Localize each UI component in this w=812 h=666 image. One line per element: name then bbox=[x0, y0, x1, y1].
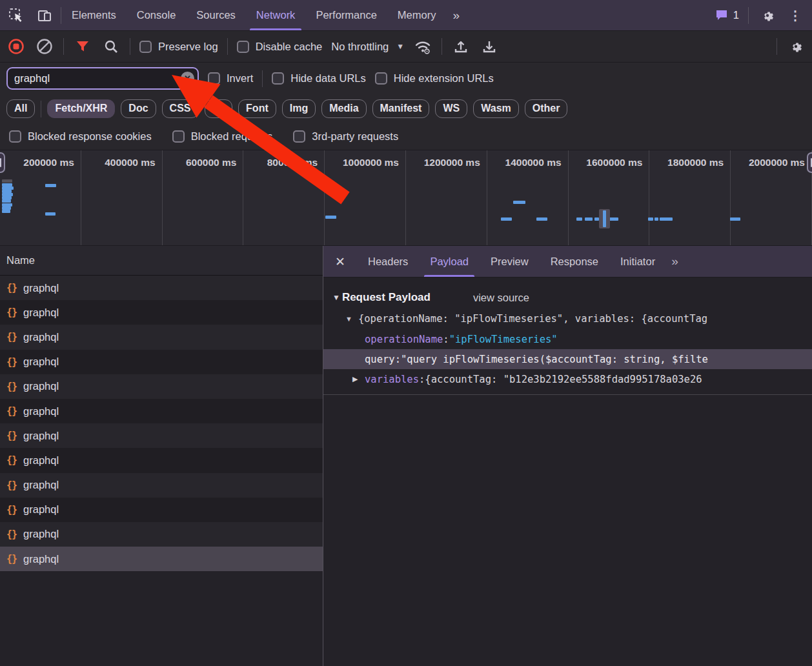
details-more-tabs-icon[interactable]: » bbox=[666, 246, 682, 277]
json-braces-icon: {} bbox=[6, 282, 17, 294]
tab-performance[interactable]: Performance bbox=[305, 0, 387, 30]
payload-separator-colon: : bbox=[395, 354, 401, 365]
json-braces-icon: {} bbox=[6, 356, 17, 368]
payload-separator-colon: : bbox=[443, 334, 449, 345]
clear-network-log-icon[interactable] bbox=[35, 37, 54, 56]
chip-wasm[interactable]: Wasm bbox=[473, 99, 519, 117]
timeline-request-bar bbox=[536, 217, 547, 221]
request-name: graphql bbox=[23, 356, 59, 368]
tab-console[interactable]: Console bbox=[127, 0, 187, 30]
request-row[interactable]: {}graphql bbox=[0, 473, 323, 498]
request-payload-header[interactable]: ▼ Request Payload view source bbox=[323, 287, 812, 308]
filter-input-wrap: ✕ bbox=[6, 67, 199, 90]
details-tab-preview[interactable]: Preview bbox=[480, 246, 540, 277]
request-name: graphql bbox=[23, 528, 59, 540]
blocked-filters-row: Blocked response cookies Blocked request… bbox=[0, 123, 812, 150]
chip-all[interactable]: All bbox=[6, 99, 35, 117]
details-tab-initiator[interactable]: Initiator bbox=[609, 246, 666, 277]
request-row[interactable]: {}graphql bbox=[0, 547, 323, 571]
chip-doc[interactable]: Doc bbox=[121, 99, 156, 117]
json-braces-icon: {} bbox=[6, 529, 17, 540]
tab-network[interactable]: Network bbox=[246, 0, 306, 30]
chip-other[interactable]: Other bbox=[525, 99, 568, 117]
search-icon[interactable] bbox=[101, 37, 121, 56]
payload-row-query[interactable]: query: "query ipFlowTimeseries($accountT… bbox=[323, 349, 812, 369]
view-source-link[interactable]: view source bbox=[473, 292, 529, 304]
payload-summary-row[interactable]: ▼ {operationName: "ipFlowTimeseries", va… bbox=[323, 308, 812, 329]
hide-data-urls-checkbox[interactable]: Hide data URLs bbox=[272, 72, 365, 85]
request-name: graphql bbox=[23, 282, 59, 294]
request-row[interactable]: {}graphql bbox=[0, 276, 323, 300]
request-name: graphql bbox=[23, 553, 59, 565]
kebab-menu-icon[interactable]: ⋮ bbox=[786, 8, 804, 23]
chip-media[interactable]: Media bbox=[321, 99, 366, 117]
record-network-log-icon[interactable] bbox=[6, 37, 26, 56]
request-row[interactable]: {}graphql bbox=[0, 300, 323, 325]
name-column-header[interactable]: Name bbox=[0, 246, 323, 276]
third-party-requests-checkbox[interactable]: 3rd-party requests bbox=[293, 130, 398, 143]
tab-elements[interactable]: Elements bbox=[61, 0, 127, 30]
filter-funnel-icon[interactable] bbox=[73, 37, 92, 56]
request-row[interactable]: {}graphql bbox=[0, 498, 323, 522]
request-row[interactable]: {}graphql bbox=[0, 325, 323, 349]
timeline-left-handle[interactable] bbox=[0, 152, 5, 173]
request-row[interactable]: {}graphql bbox=[0, 350, 323, 374]
tabbar-right-divider bbox=[748, 7, 749, 24]
issues-counter[interactable]: 1 bbox=[716, 9, 739, 21]
details-tab-headers[interactable]: Headers bbox=[357, 246, 419, 277]
throttling-dropdown[interactable]: No throttling ▼ bbox=[331, 41, 404, 53]
settings-gear-icon[interactable] bbox=[758, 6, 777, 25]
chip-js[interactable]: JS bbox=[205, 99, 233, 117]
device-toolbar-icon[interactable] bbox=[35, 6, 54, 25]
details-tabbar: ✕ HeadersPayloadPreviewResponseInitiator… bbox=[323, 246, 812, 278]
main-split: Name {}graphql{}graphql{}graphql{}graphq… bbox=[0, 246, 812, 666]
payload-panel: ▼ Request Payload view source ▼ {operati… bbox=[323, 278, 812, 666]
blocked-response-cookies-checkbox[interactable]: Blocked response cookies bbox=[9, 130, 152, 143]
details-tab-payload[interactable]: Payload bbox=[419, 246, 480, 277]
chip-font[interactable]: Font bbox=[238, 99, 276, 117]
request-row[interactable]: {}graphql bbox=[0, 448, 323, 472]
clear-filter-icon[interactable]: ✕ bbox=[181, 72, 194, 85]
third-party-requests-label: 3rd-party requests bbox=[312, 130, 398, 143]
hide-extension-urls-checkbox[interactable]: Hide extension URLs bbox=[375, 72, 494, 85]
chip-ws[interactable]: WS bbox=[435, 99, 467, 117]
hide-data-urls-label: Hide data URLs bbox=[290, 72, 365, 85]
import-har-icon[interactable] bbox=[451, 37, 471, 56]
tab-sources[interactable]: Sources bbox=[186, 0, 246, 30]
resource-chips-row: AllFetch/XHRDocCSSJSFontImgMediaManifest… bbox=[0, 94, 812, 123]
inspect-element-icon[interactable] bbox=[6, 6, 26, 25]
chip-img[interactable]: Img bbox=[282, 99, 316, 117]
request-row[interactable]: {}graphql bbox=[0, 423, 323, 448]
request-row[interactable]: {}graphql bbox=[0, 522, 323, 547]
blocked-requests-checkbox[interactable]: Blocked requests bbox=[172, 130, 273, 143]
json-braces-icon: {} bbox=[6, 479, 17, 491]
timeline-request-bar bbox=[576, 217, 582, 221]
request-row[interactable]: {}graphql bbox=[0, 374, 323, 399]
network-overview-timeline[interactable]: 200000 ms400000 ms600000 ms800000 ms1000… bbox=[0, 150, 812, 246]
timeline-request-bar bbox=[2, 179, 12, 183]
preserve-log-checkbox[interactable]: Preserve log bbox=[139, 41, 218, 53]
timeline-selected-bar bbox=[603, 210, 606, 227]
more-tabs-icon[interactable]: » bbox=[446, 0, 465, 30]
details-tab-response[interactable]: Response bbox=[540, 246, 609, 277]
invert-checkbox[interactable]: Invert bbox=[208, 72, 253, 85]
network-settings-gear-icon[interactable] bbox=[786, 37, 806, 56]
filter-input[interactable] bbox=[6, 67, 199, 90]
payload-row-operationname[interactable]: operationName: "ipFlowTimeseries" bbox=[323, 329, 812, 349]
json-braces-icon: {} bbox=[6, 405, 17, 417]
close-details-icon[interactable]: ✕ bbox=[323, 246, 357, 277]
filter-row-divider bbox=[262, 70, 263, 87]
disable-cache-checkbox[interactable]: Disable cache bbox=[237, 41, 323, 53]
payload-row-variables[interactable]: ▶variables: {accountTag: "b12e3b2192ee55… bbox=[323, 369, 812, 389]
chip-manifest[interactable]: Manifest bbox=[372, 99, 430, 117]
export-har-icon[interactable] bbox=[480, 37, 499, 56]
checkbox-box bbox=[9, 130, 21, 143]
network-conditions-icon[interactable] bbox=[413, 37, 432, 56]
chip-fetch-xhr[interactable]: Fetch/XHR bbox=[47, 99, 115, 117]
request-row[interactable]: {}graphql bbox=[0, 399, 323, 423]
tab-memory[interactable]: Memory bbox=[387, 0, 447, 30]
chip-css[interactable]: CSS bbox=[162, 99, 199, 117]
timeline-request-bar bbox=[325, 216, 336, 219]
timeline-right-handle[interactable] bbox=[807, 152, 812, 173]
request-payload-title: Request Payload bbox=[342, 291, 431, 304]
